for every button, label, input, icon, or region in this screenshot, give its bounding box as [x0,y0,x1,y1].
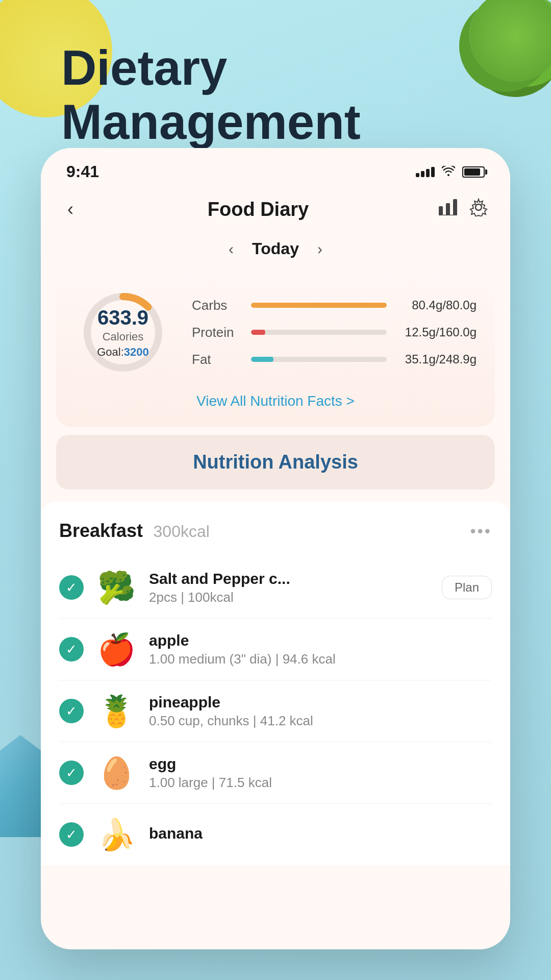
fat-bar-track [251,357,387,362]
battery-icon [462,166,485,178]
food-detail-2: 1.00 medium (3" dia) | 94.6 kcal [149,651,492,667]
food-item: ✓ 🥚 egg 1.00 large | 71.5 kcal [59,742,492,804]
food-image-1: 🥦 [96,567,137,608]
food-check-3[interactable]: ✓ [59,699,84,723]
food-name-5: banana [149,825,492,842]
calorie-number: 633.9 [97,306,149,329]
nutrition-row-protein: Protein 12.5g/160.0g [192,325,477,340]
nutrition-analysis-button[interactable]: Nutrition Analysis [56,435,495,489]
carbs-value: 80.4g/80.0g [395,298,477,312]
food-info-1: Salt and Pepper c... 2pcs | 100kcal [149,570,430,605]
wifi-icon [442,165,455,179]
protein-bar-dot [258,330,265,335]
status-bar: 9:41 [41,148,510,186]
food-detail-3: 0.50 cup, chunks | 41.2 kcal [149,713,492,729]
food-item: ✓ 🍎 apple 1.00 medium (3" dia) | 94.6 kc… [59,619,492,680]
carbs-bar-fill [251,303,387,308]
calorie-ring: 633.9 Calories Goal:3200 [74,284,171,381]
food-detail-1: 2pcs | 100kcal [149,590,430,605]
food-info-5: banana [149,825,492,844]
food-item: ✓ 🍍 pineapple 0.50 cup, chunks | 41.2 kc… [59,680,492,742]
svg-rect-2 [453,199,457,215]
fat-value: 35.1g/248.9g [395,352,477,366]
food-item: ✓ 🥦 Salt and Pepper c... 2pcs | 100kcal … [59,557,492,619]
fat-bar-dot [266,357,273,362]
calorie-goal-number: 3200 [124,346,149,358]
protein-value: 12.5g/160.0g [395,325,477,339]
calorie-center: 633.9 Calories Goal:3200 [97,306,149,359]
next-date-button[interactable]: › [317,240,322,258]
carbs-bar-track [251,303,387,308]
summary-card: 633.9 Calories Goal:3200 Carbs 80.4g/80.… [56,268,495,427]
settings-icon[interactable] [469,198,488,220]
signal-icon [416,167,435,177]
meal-title: Breakfast [59,520,143,541]
nutrition-bars: Carbs 80.4g/80.0g Protein 12.5g/160.0g [192,298,477,368]
carbs-label: Carbs [192,298,243,313]
page-title: Dietary Management [31,41,520,149]
food-check-2[interactable]: ✓ [59,637,84,662]
calorie-goal: Goal:3200 [97,346,149,359]
food-detail-4: 1.00 large | 71.5 kcal [149,775,492,791]
meal-kcal: 300kcal [154,522,210,541]
fat-label: Fat [192,352,243,368]
nutrition-row-fat: Fat 35.1g/248.9g [192,352,477,368]
meal-title-group: Breakfast 300kcal [59,520,210,542]
date-navigation: ‹ Today › [41,234,510,268]
chart-icon[interactable] [439,199,457,219]
status-time: 9:41 [66,162,99,181]
app-title: Food Diary [208,199,309,220]
nutrition-row-carbs: Carbs 80.4g/80.0g [192,298,477,313]
food-info-3: pineapple 0.50 cup, chunks | 41.2 kcal [149,694,492,729]
back-button[interactable]: ‹ [63,194,78,224]
meal-menu-button[interactable]: ••• [470,522,492,541]
svg-rect-0 [439,206,443,215]
summary-row: 633.9 Calories Goal:3200 Carbs 80.4g/80.… [74,284,477,381]
food-name-1: Salt and Pepper c... [149,570,430,587]
plan-badge-1: Plan [442,576,492,599]
header-icons [439,198,488,220]
current-date: Today [252,239,299,258]
food-name-2: apple [149,632,492,649]
protein-label: Protein [192,325,243,340]
food-check-1[interactable]: ✓ [59,575,84,600]
phone-mockup: 9:41 ‹ Food Diary [41,148,510,949]
food-image-4: 🥚 [96,752,137,793]
view-all-link[interactable]: View All Nutrition Facts > [74,381,477,414]
status-icons [416,165,485,179]
food-check-4[interactable]: ✓ [59,761,84,785]
food-name-4: egg [149,755,492,773]
svg-point-4 [475,204,482,210]
food-image-2: 🍎 [96,629,137,670]
food-image-5: 🍌 [96,814,137,855]
nutrition-analysis-label: Nutrition Analysis [193,451,358,473]
food-info-4: egg 1.00 large | 71.5 kcal [149,755,492,791]
protein-bar-track [251,330,387,335]
food-item: ✓ 🍌 banana [59,804,492,865]
calorie-label: Calories [97,330,149,344]
food-check-5[interactable]: ✓ [59,822,84,847]
food-name-3: pineapple [149,694,492,711]
prev-date-button[interactable]: ‹ [229,240,234,258]
food-list-section: Breakfast 300kcal ••• ✓ 🥦 Salt and Peppe… [41,502,510,865]
app-header: ‹ Food Diary [41,186,510,234]
food-image-3: 🍍 [96,691,137,731]
svg-rect-1 [446,203,450,215]
meal-header: Breakfast 300kcal ••• [59,520,492,542]
food-info-2: apple 1.00 medium (3" dia) | 94.6 kcal [149,632,492,667]
